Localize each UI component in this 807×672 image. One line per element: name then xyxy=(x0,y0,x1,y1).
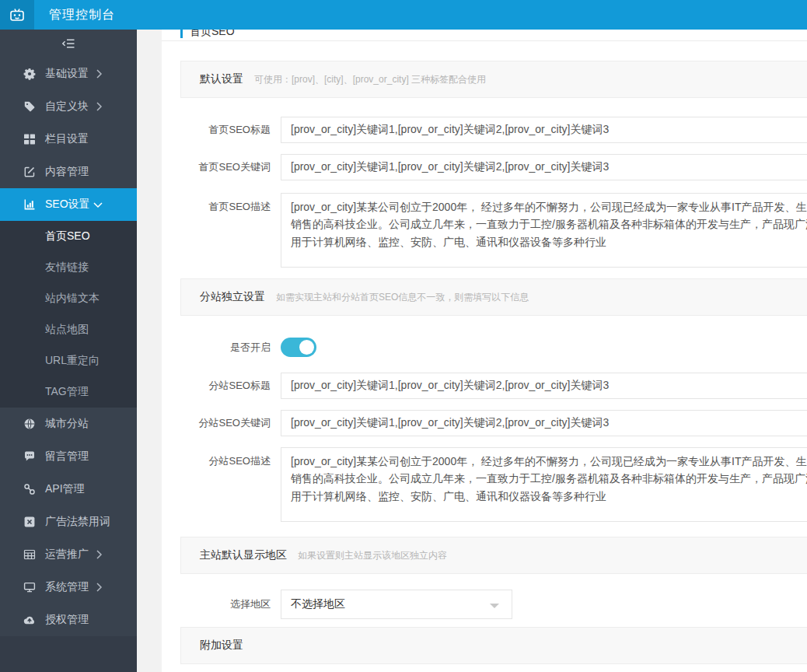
globe-icon xyxy=(23,418,36,430)
seo-submenu: 首页SEO 友情链接 站内锚文本 站点地图 URL重定向 TAG管理 xyxy=(0,221,137,408)
section-hint: 可使用：[prov]、[city]、[prov_or_city] 三种标签配合使… xyxy=(254,73,486,86)
sidebar-item-authorization-management[interactable]: 授权管理 xyxy=(0,604,137,636)
monitor-icon xyxy=(23,581,36,593)
sidebar-item-base-settings[interactable]: 基础设置 xyxy=(0,58,137,90)
field-label: 分站SEO描述 xyxy=(180,447,281,468)
top-header: 管理控制台 xyxy=(0,0,807,30)
sidebar-item-column-settings[interactable]: 栏目设置 xyxy=(0,123,137,156)
main-panel: 首页SEO 默认设置 可使用：[prov]、[city]、[prov_or_ci… xyxy=(162,17,807,672)
section-hint: 如果设置则主站显示该地区独立内容 xyxy=(298,549,447,562)
home-seo-keywords-input[interactable] xyxy=(281,154,807,180)
gear-icon xyxy=(23,68,36,80)
region-select-value: 不选择地区 xyxy=(291,597,345,611)
sidebar-item-seo-settings[interactable]: SEO设置 xyxy=(0,188,137,221)
sidebar-subitem-url-redirect[interactable]: URL重定向 xyxy=(0,345,137,376)
sidebar-item-label: 自定义块 xyxy=(45,100,89,114)
branch-seo-desc-row: 分站SEO描述 [prov_or_city]某某公司创立于2000年， 经过多年… xyxy=(180,447,807,522)
chevron-down-icon xyxy=(93,201,103,208)
sidebar-item-ad-banned-words[interactable]: 广告法禁用词 xyxy=(0,506,137,538)
field-label: 选择地区 xyxy=(180,597,281,611)
sidebar-subitem-tag-management[interactable]: TAG管理 xyxy=(0,376,137,408)
chevron-right-icon xyxy=(96,583,103,592)
submenu-label: TAG管理 xyxy=(45,385,89,399)
app-title: 管理控制台 xyxy=(49,7,115,23)
sidebar-item-label: 栏目设置 xyxy=(45,132,89,146)
chevron-right-icon xyxy=(96,69,103,79)
field-label: 分站SEO关键词 xyxy=(180,416,281,430)
robot-logo-icon xyxy=(8,5,26,24)
home-seo-desc-row: 首页SEO描述 [prov_or_city]某某公司创立于2000年， 经过多年… xyxy=(180,193,807,268)
sidebar-collapse-button[interactable] xyxy=(0,30,137,58)
field-label: 分站SEO标题 xyxy=(180,379,281,393)
sidebar: 基础设置 自定义块 栏目设置 内容管理 SEO设置 首 xyxy=(0,30,137,672)
field-label: 首页SEO关键词 xyxy=(180,160,281,174)
sidebar-item-custom-blocks[interactable]: 自定义块 xyxy=(0,90,137,123)
sidebar-item-message-management[interactable]: 留言管理 xyxy=(0,440,137,473)
sidebar-item-system-management[interactable]: 系统管理 xyxy=(0,571,137,604)
field-label: 是否开启 xyxy=(180,341,281,355)
submenu-label: 站内锚文本 xyxy=(45,292,100,306)
sidebar-item-label: 广告法禁用词 xyxy=(45,515,110,529)
region-select-row: 选择地区 不选择地区 xyxy=(180,590,807,619)
sidebar-subitem-home-seo[interactable]: 首页SEO xyxy=(0,221,137,252)
sidebar-item-operation-promotion[interactable]: 运营推广 xyxy=(0,538,137,571)
field-label: 首页SEO标题 xyxy=(180,123,281,137)
branch-enable-toggle[interactable] xyxy=(281,338,316,357)
region-select[interactable]: 不选择地区 xyxy=(281,590,512,619)
branch-seo-title-row: 分站SEO标题 xyxy=(180,373,807,399)
sidebar-item-label: 留言管理 xyxy=(45,450,89,464)
sidebar-subitem-anchor-text[interactable]: 站内锚文本 xyxy=(0,283,137,314)
home-seo-title-input[interactable] xyxy=(281,117,807,143)
grid-icon xyxy=(23,133,36,145)
home-seo-title-row: 首页SEO标题 xyxy=(180,117,807,143)
branch-seo-title-input[interactable] xyxy=(281,373,807,399)
section-title: 附加设置 xyxy=(200,639,243,653)
link-icon xyxy=(23,483,36,495)
sidebar-item-api-management[interactable]: API管理 xyxy=(0,473,137,506)
tag-icon xyxy=(23,100,36,113)
edit-icon xyxy=(23,166,36,178)
branch-seo-keywords-row: 分站SEO关键词 xyxy=(180,410,807,436)
bar-chart-icon xyxy=(23,198,36,211)
section-title: 主站默认显示地区 xyxy=(200,548,287,562)
section-branch-settings: 分站独立设置 如需实现主站和分站首页SEO信息不一致，则需填写以下信息 xyxy=(180,278,807,316)
sidebar-item-city-subsites[interactable]: 城市分站 xyxy=(0,408,137,440)
toggle-knob xyxy=(299,340,314,355)
submenu-label: URL重定向 xyxy=(45,354,100,368)
submenu-label: 友情链接 xyxy=(45,261,89,275)
section-title: 默认设置 xyxy=(200,72,243,86)
branch-seo-keywords-input[interactable] xyxy=(281,410,807,436)
submenu-label: 首页SEO xyxy=(45,229,90,243)
caret-down-icon xyxy=(490,604,499,608)
x-square-icon xyxy=(23,516,36,528)
collapse-menu-icon xyxy=(61,38,75,49)
sidebar-item-label: API管理 xyxy=(45,482,85,496)
sidebar-item-label: SEO设置 xyxy=(45,198,90,212)
chevron-right-icon xyxy=(96,550,103,559)
home-seo-keywords-row: 首页SEO关键词 xyxy=(180,154,807,180)
field-label: 首页SEO描述 xyxy=(180,193,281,214)
comment-icon xyxy=(23,450,36,463)
sidebar-item-label: 运营推广 xyxy=(45,548,89,562)
section-hint: 如需实现主站和分站首页SEO信息不一致，则需填写以下信息 xyxy=(276,291,529,304)
chevron-right-icon xyxy=(96,102,103,111)
sidebar-subitem-friend-links[interactable]: 友情链接 xyxy=(0,252,137,283)
app-logo[interactable] xyxy=(0,0,34,30)
branch-seo-desc-textarea[interactable]: [prov_or_city]某某公司创立于2000年， 经过多年的不懈努力，公司… xyxy=(281,447,807,522)
branch-enable-row: 是否开启 xyxy=(180,338,807,357)
sidebar-item-content-management[interactable]: 内容管理 xyxy=(0,156,137,188)
sidebar-item-label: 城市分站 xyxy=(45,417,89,431)
sidebar-item-label: 基础设置 xyxy=(45,67,89,81)
section-default-settings: 默认设置 可使用：[prov]、[city]、[prov_or_city] 三种… xyxy=(180,61,807,98)
section-extra-settings: 附加设置 xyxy=(180,627,807,664)
sidebar-subitem-sitemap[interactable]: 站点地图 xyxy=(0,314,137,345)
sidebar-item-label: 内容管理 xyxy=(45,165,89,179)
divider xyxy=(162,40,807,41)
seo-form: 默认设置 可使用：[prov]、[city]、[prov_or_city] 三种… xyxy=(162,61,807,664)
section-title: 分站独立设置 xyxy=(200,290,265,304)
home-seo-desc-textarea[interactable]: [prov_or_city]某某公司创立于2000年， 经过多年的不懈努力，公司… xyxy=(281,193,807,268)
sidebar-item-label: 授权管理 xyxy=(45,613,89,627)
sidebar-item-label: 系统管理 xyxy=(45,580,89,594)
table-icon xyxy=(23,548,36,561)
cloud-upload-icon xyxy=(23,614,36,626)
